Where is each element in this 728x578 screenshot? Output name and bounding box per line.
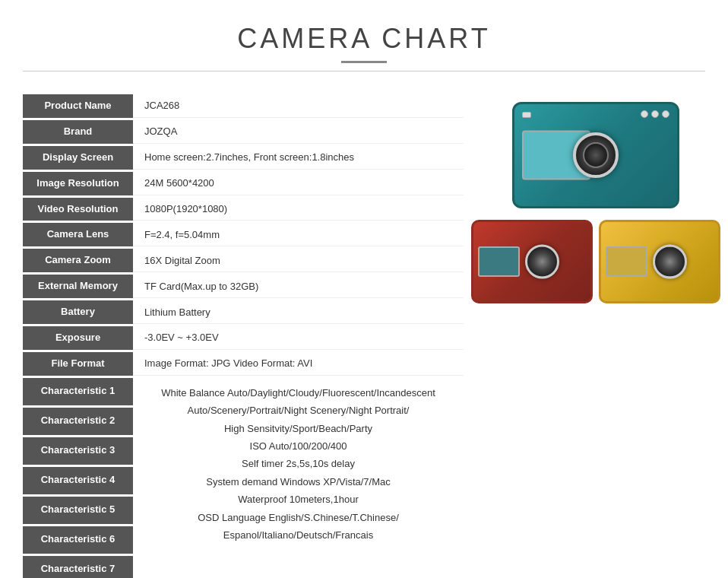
- char-label-cell: Characteristic 7: [23, 556, 133, 578]
- row-label: External Memory: [23, 275, 133, 298]
- char-labels: Characteristic 1Characteristic 2Characte…: [23, 378, 133, 578]
- row-label: Brand: [23, 120, 133, 144]
- page-title: CAMERA CHART: [23, 23, 705, 55]
- camera-image-teal: [512, 102, 679, 208]
- char-value-line: High Sensitvity/Sport/Beach/Party: [144, 420, 452, 437]
- table-row: Brand JOZQA: [23, 120, 464, 144]
- table-row: Camera Zoom 16X Digital Zoom: [23, 249, 464, 272]
- images-section: [464, 94, 720, 578]
- char-label-cell: Characteristic 1: [23, 378, 133, 405]
- table-section: Product Name JCA268 Brand JOZQA Display …: [23, 94, 464, 578]
- camera-lens-red: [525, 245, 559, 279]
- table-row: Exposure -3.0EV ~ +3.0EV: [23, 326, 464, 350]
- table-row: Video Resolution 1080P(1920*1080): [23, 198, 464, 221]
- char-value-line: White Balance Auto/Daylight/Cloudy/Fluor…: [144, 384, 452, 402]
- row-value: Home screen:2.7inches, Front screen:1.8i…: [133, 146, 464, 170]
- char-value-line: System demand Windows XP/Vista/7/Mac: [144, 473, 452, 491]
- char-label-cell: Characteristic 4: [23, 467, 133, 494]
- table-rows-container: Product Name JCA268 Brand JOZQA Display …: [23, 94, 464, 376]
- row-label: Display Screen: [23, 146, 133, 170]
- camera-lens: [573, 132, 619, 178]
- camera-screen-red: [478, 246, 520, 277]
- char-value-line: Waterproof 10meters,1hour: [144, 491, 452, 508]
- row-value: 16X Digital Zoom: [133, 249, 464, 272]
- char-label-cell: Characteristic 2: [23, 408, 133, 435]
- table-row: External Memory TF Card(Max.up to 32GB): [23, 275, 464, 298]
- char-label-cell: Characteristic 6: [23, 526, 133, 554]
- table-row: Camera Lens F=2.4, f=5.04mm: [23, 223, 464, 246]
- char-label-cell: Characteristic 5: [23, 497, 133, 524]
- title-underline: [341, 61, 387, 63]
- row-label: Exposure: [23, 326, 133, 350]
- camera-screen-yellow: [606, 246, 647, 277]
- button-circle: [651, 110, 659, 118]
- row-label: Battery: [23, 300, 133, 324]
- row-value: TF Card(Max.up to 32GB): [133, 275, 464, 298]
- row-label: File Format: [23, 352, 133, 376]
- row-value: Lithium Battery: [133, 300, 464, 324]
- char-value-line: Espanol/Italiano/Deutsch/Francais: [144, 526, 452, 544]
- camera-buttons: [641, 110, 669, 118]
- table-row: Product Name JCA268: [23, 94, 464, 118]
- char-value-line: Self timer 2s,5s,10s delay: [144, 455, 452, 472]
- char-label-cell: Characteristic 3: [23, 437, 133, 465]
- row-value: 1080P(1920*1080): [133, 198, 464, 221]
- button-circle: [641, 110, 648, 118]
- row-label: Image Resolution: [23, 172, 133, 195]
- char-value-line: OSD Language English/S.Chinese/T.Chinese…: [144, 509, 452, 526]
- characteristics-section: Characteristic 1Characteristic 2Characte…: [23, 378, 464, 578]
- row-label: Product Name: [23, 94, 133, 118]
- camera-image-yellow: [599, 220, 720, 303]
- row-value: -3.0EV ~ +3.0EV: [133, 326, 464, 350]
- camera-lens-yellow: [653, 245, 687, 279]
- char-value-line: ISO Auto/100/200/400: [144, 437, 452, 455]
- camera-bottom-row: [471, 220, 720, 303]
- row-value: 24M 5600*4200: [133, 172, 464, 195]
- table-row: Image Resolution 24M 5600*4200: [23, 172, 464, 195]
- row-value: JCA268: [133, 94, 464, 118]
- char-value-line: Auto/Scenery/Portrait/Night Scenery/Nigh…: [144, 402, 452, 419]
- row-value: F=2.4, f=5.04mm: [133, 223, 464, 246]
- button-circle: [662, 110, 669, 118]
- table-row: File Format Image Format: JPG Video Form…: [23, 352, 464, 376]
- camera-image-red: [471, 220, 593, 303]
- camera-flash: [522, 112, 531, 118]
- row-value: JOZQA: [133, 120, 464, 144]
- table-row: Display Screen Home screen:2.7inches, Fr…: [23, 146, 464, 170]
- char-values: White Balance Auto/Daylight/Cloudy/Fluor…: [133, 378, 464, 578]
- table-row: Battery Lithium Battery: [23, 300, 464, 324]
- row-label: Camera Lens: [23, 223, 133, 246]
- title-section: CAMERA CHART: [23, 0, 705, 71]
- row-value: Image Format: JPG Video Format: AVI: [133, 352, 464, 376]
- row-label: Camera Zoom: [23, 249, 133, 272]
- row-label: Video Resolution: [23, 198, 133, 221]
- main-content: Product Name JCA268 Brand JOZQA Display …: [0, 71, 728, 578]
